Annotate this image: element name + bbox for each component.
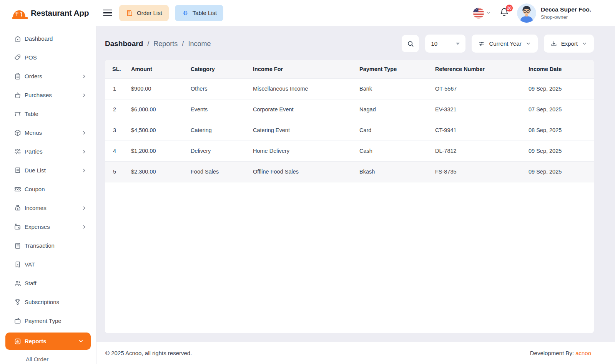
user-meta[interactable]: Decca Super Foo. Shop-owner	[541, 6, 591, 20]
menu-toggle-icon[interactable]	[103, 10, 112, 17]
search-icon	[407, 40, 414, 48]
wallet-icon	[14, 317, 22, 325]
breadcrumb-reports[interactable]: Reports	[153, 40, 178, 48]
basket-icon	[14, 91, 22, 99]
svg-text:$: $	[17, 207, 18, 210]
export-label: Export	[561, 40, 578, 47]
breadcrumb: Dashboard / Reports / Income	[105, 40, 211, 48]
top-bar: Restaurant App Order List Table List	[0, 0, 615, 26]
sidebar: Dashboard POS Orders Purchases Table Men…	[0, 26, 96, 364]
table-row[interactable]: 5 $2,300.00 Food Sales Offline Food Sale…	[105, 161, 594, 182]
sidebar-item-pos[interactable]: POS	[0, 48, 96, 67]
sidebar-item-incomes[interactable]: $ Incomes	[0, 199, 96, 217]
chevron-right-icon	[81, 74, 87, 79]
sidebar-item-staff[interactable]: Staff	[0, 274, 96, 293]
chevron-down-icon	[525, 41, 531, 46]
tag-icon	[14, 54, 22, 61]
chevron-right-icon	[81, 205, 87, 211]
table-row[interactable]: 4 $1,200.00 Delivery Home Delivery Cash …	[105, 141, 594, 161]
chevron-down-icon	[78, 338, 84, 344]
order-list-label: Order List	[137, 10, 162, 16]
col-reference-number: Reference Number	[428, 60, 522, 78]
restaurant-logo-icon	[11, 5, 28, 21]
staff-icon	[14, 280, 22, 287]
sidebar-item-orders[interactable]: Orders	[0, 67, 96, 86]
breadcrumb-income: Income	[188, 40, 211, 48]
us-flag-icon	[473, 8, 484, 18]
notification-count-badge: 20	[506, 5, 513, 12]
chevron-down-icon	[582, 41, 587, 46]
clipboard-list-icon	[14, 242, 22, 250]
export-button[interactable]: Export	[544, 35, 594, 53]
table-header-row: SL. Amount Category Income For Payment T…	[105, 60, 594, 78]
users-group-icon	[14, 148, 22, 156]
download-icon	[550, 40, 557, 47]
order-list-button[interactable]: Order List	[119, 5, 169, 21]
date-filter-button[interactable]: Current Year	[472, 35, 537, 53]
sidebar-item-purchases[interactable]: Purchases	[0, 86, 96, 104]
app-logo[interactable]: Restaurant App	[11, 5, 103, 21]
vat-receipt-icon: $	[14, 261, 22, 268]
money-bag-icon: $	[14, 204, 22, 212]
chevron-right-icon	[81, 149, 87, 154]
clipboard-icon	[14, 73, 22, 80]
table-row[interactable]: 2 $6,000.00 Events Corporate Event Nagad…	[105, 99, 594, 120]
col-amount: Amount	[124, 60, 184, 78]
sidebar-item-transaction[interactable]: Transaction	[0, 236, 96, 255]
chevron-right-icon	[81, 93, 87, 98]
col-income-date: Income Date	[522, 60, 594, 78]
sidebar-item-coupon[interactable]: Coupon	[0, 180, 96, 199]
sidebar-subitem-all-order[interactable]: All Order	[0, 356, 96, 362]
table-list-icon	[181, 9, 189, 17]
chevron-right-icon	[81, 224, 87, 230]
income-table: SL. Amount Category Income For Payment T…	[105, 60, 594, 182]
user-name: Decca Super Foo.	[541, 6, 591, 13]
notifications-button[interactable]: 20	[499, 7, 509, 19]
copyright-text: © 2025 Acnoo, all rights reserved.	[105, 350, 192, 356]
sidebar-item-due-list[interactable]: Due List	[0, 161, 96, 180]
search-button[interactable]	[402, 35, 419, 52]
sidebar-item-subscriptions[interactable]: Subscriptions	[0, 293, 96, 311]
language-selector[interactable]	[473, 8, 491, 18]
package-icon	[14, 129, 22, 137]
developer-link[interactable]: acnoo	[575, 350, 591, 356]
ticket-icon	[14, 185, 22, 193]
col-payment-type: Payment Type	[352, 60, 428, 78]
income-table-card: SL. Amount Category Income For Payment T…	[105, 60, 594, 333]
table-row[interactable]: 1 $900.00 Others Miscellaneous Income Ba…	[105, 78, 594, 99]
chevron-right-icon	[81, 168, 87, 173]
col-income-for: Income For	[246, 60, 352, 78]
breadcrumb-dashboard[interactable]: Dashboard	[105, 40, 143, 48]
sliders-icon	[478, 40, 485, 47]
sidebar-item-expenses[interactable]: Expenses	[0, 217, 96, 236]
chevron-down-icon	[486, 10, 491, 15]
main-panel: Dashboard / Reports / Income 10 Current …	[96, 26, 615, 342]
table-row[interactable]: 3 $4,500.00 Catering Catering Event Card…	[105, 120, 594, 141]
receipt-icon	[14, 167, 22, 174]
table-list-label: Table List	[193, 10, 217, 16]
sidebar-item-parties[interactable]: Parties	[0, 142, 96, 161]
sidebar-item-dashboard[interactable]: Dashboard	[0, 29, 96, 48]
user-role: Shop-owner	[541, 14, 591, 20]
sidebar-item-vat[interactable]: $ VAT	[0, 255, 96, 274]
date-filter-label: Current Year	[489, 40, 521, 47]
content-area: Dashboard / Reports / Income 10 Current …	[96, 26, 615, 364]
page-size-select[interactable]: 10	[425, 35, 465, 53]
sidebar-item-menus[interactable]: Menus	[0, 123, 96, 142]
home-icon	[14, 35, 22, 43]
table-list-button[interactable]: Table List	[175, 5, 223, 21]
avatar[interactable]	[517, 3, 536, 23]
sidebar-item-reports[interactable]: Reports	[5, 333, 91, 350]
bar-chart-icon	[14, 338, 22, 345]
page-size-value: 10	[431, 40, 437, 47]
sidebar-item-payment-type[interactable]: Payment Type	[0, 311, 96, 330]
order-list-icon	[126, 9, 133, 17]
development-credit: Development By: acnoo	[530, 350, 591, 356]
app-name: Restaurant App	[31, 8, 89, 18]
trophy-icon	[14, 298, 22, 306]
toolbar: 10 Current Year Export	[402, 35, 594, 53]
table-icon	[14, 110, 22, 118]
sidebar-item-table[interactable]: Table	[0, 104, 96, 123]
wallet-out-icon	[14, 223, 22, 231]
avatar-image	[517, 3, 536, 23]
